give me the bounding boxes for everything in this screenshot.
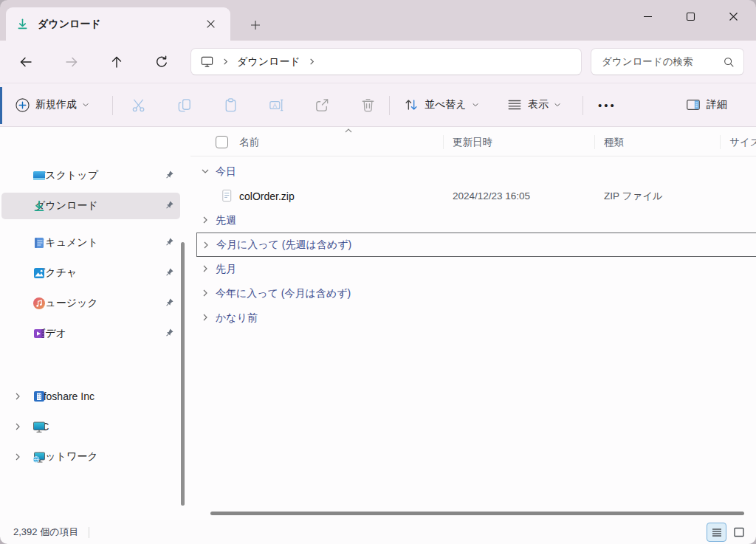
- address-bar[interactable]: ダウンロード: [190, 48, 582, 75]
- details-pane-button[interactable]: 詳細: [681, 83, 732, 126]
- music-icon: [32, 297, 46, 310]
- pc-icon: [32, 420, 46, 433]
- window-controls: [626, 0, 755, 32]
- toolbar-separator: [112, 96, 113, 115]
- pictures-icon: [32, 266, 46, 280]
- pin-icon: [164, 267, 174, 278]
- sort-ascending-icon: [344, 128, 353, 134]
- more-options-button[interactable]: •••: [594, 83, 621, 126]
- item-count: 2,392 個の項目: [13, 526, 78, 539]
- horizontal-scrollbar[interactable]: [210, 512, 744, 515]
- sidebar-item-network[interactable]: ネットワーク: [1, 444, 180, 470]
- copy-icon: [176, 97, 193, 114]
- chevron-down-icon: [82, 101, 89, 109]
- column-size[interactable]: サイズ: [729, 136, 756, 149]
- search-box[interactable]: [591, 48, 744, 75]
- chevron-right-icon[interactable]: [201, 264, 210, 273]
- sidebar-scrollbar[interactable]: [181, 242, 185, 506]
- chevron-down-icon[interactable]: [201, 167, 210, 176]
- share-button[interactable]: [309, 83, 335, 126]
- command-bar: 新規作成 A: [0, 83, 756, 127]
- sidebar-item-desktop[interactable]: デスクトップ: [1, 162, 180, 189]
- explorer-tab-downloads[interactable]: ダウンロード: [6, 7, 230, 41]
- search-icon[interactable]: [723, 56, 735, 68]
- view-button[interactable]: 表示: [502, 83, 566, 126]
- pin-icon: [164, 297, 174, 308]
- group-row-last-week[interactable]: 先週: [190, 208, 756, 233]
- this-pc-icon[interactable]: [200, 55, 214, 69]
- rename-button[interactable]: A: [264, 83, 289, 126]
- chevron-right-icon[interactable]: [201, 216, 210, 224]
- select-all-checkbox[interactable]: [216, 136, 228, 148]
- refresh-icon[interactable]: [148, 49, 175, 75]
- details-label: 詳細: [707, 98, 727, 111]
- background-window-sliver: [0, 87, 2, 124]
- column-type[interactable]: 種類: [604, 136, 624, 149]
- sidebar-item-videos[interactable]: ビデオ: [1, 320, 180, 347]
- downloads-icon: [32, 199, 46, 213]
- navigation-pane: デスクトップ ダウンロード ドキュメント: [0, 127, 190, 520]
- maximize-button[interactable]: [669, 0, 712, 32]
- new-button[interactable]: 新規作成: [10, 83, 94, 126]
- sort-icon: [403, 97, 419, 113]
- sidebar-item-pc[interactable]: PC: [1, 413, 180, 440]
- chevron-right-icon[interactable]: [201, 289, 210, 297]
- column-separator[interactable]: [720, 135, 721, 149]
- pin-icon: [164, 328, 174, 338]
- group-row-today[interactable]: 今日: [190, 159, 756, 184]
- up-icon[interactable]: [103, 49, 130, 75]
- file-row-colorder-zip[interactable]: colOrder.zip 2024/12/23 16:05 ZIP ファイル: [190, 184, 756, 208]
- cut-icon: [131, 97, 148, 114]
- column-separator[interactable]: [443, 135, 444, 149]
- file-list-pane: 名前 更新日時 種類 サイズ 今日: [190, 127, 756, 520]
- paste-button[interactable]: [218, 83, 244, 126]
- large-icons-view-toggle[interactable]: [729, 523, 749, 542]
- chevron-right-icon[interactable]: [13, 422, 22, 431]
- breadcrumb-segment[interactable]: ダウンロード: [237, 55, 300, 69]
- group-row-earlier-this-month[interactable]: 今月に入って (先週は含めず): [196, 233, 756, 257]
- sort-button[interactable]: 並べ替え: [399, 83, 484, 126]
- chevron-right-icon[interactable]: [13, 392, 22, 401]
- close-button[interactable]: [712, 0, 755, 32]
- breadcrumb-chevron-icon[interactable]: [308, 58, 316, 66]
- delete-button[interactable]: [355, 83, 381, 126]
- details-pane-icon: [685, 97, 701, 113]
- file-name: colOrder.zip: [239, 190, 295, 202]
- back-icon[interactable]: [13, 49, 39, 75]
- sidebar-item-music[interactable]: ミュージック: [1, 290, 180, 317]
- file-rows: 今日 colOrder.zip 2024/12/23 16:05 ZIP ファイ…: [190, 159, 756, 330]
- sidebar-item-documents[interactable]: ドキュメント: [1, 230, 180, 256]
- group-row-last-month[interactable]: 先月: [190, 257, 756, 281]
- sidebar-item-downloads[interactable]: ダウンロード: [1, 193, 180, 219]
- search-input[interactable]: [600, 55, 723, 68]
- chevron-down-icon: [554, 101, 561, 109]
- column-header-row: 名前 更新日時 種類 サイズ: [190, 127, 756, 156]
- group-row-earlier-this-year[interactable]: 今年に入って (今月は含めず): [190, 281, 756, 306]
- chevron-right-icon[interactable]: [202, 241, 210, 249]
- column-separator[interactable]: [594, 135, 595, 149]
- copy-button[interactable]: [172, 83, 198, 126]
- column-name[interactable]: 名前: [239, 136, 259, 149]
- chevron-down-icon: [472, 101, 479, 109]
- new-tab-button[interactable]: [246, 16, 265, 35]
- sidebar-item-infoshare[interactable]: Infoshare Inc: [1, 383, 180, 410]
- breadcrumb-chevron-icon[interactable]: [221, 58, 230, 66]
- sidebar-item-pictures[interactable]: ピクチャ: [1, 260, 180, 286]
- chevron-right-icon[interactable]: [201, 313, 210, 322]
- minimize-button[interactable]: [626, 0, 669, 32]
- forward-icon[interactable]: [58, 49, 85, 75]
- status-separator: [89, 527, 89, 538]
- cut-button[interactable]: [126, 83, 152, 126]
- chevron-right-icon[interactable]: [13, 452, 22, 461]
- sort-label: 並べ替え: [425, 98, 467, 111]
- titlebar: ダウンロード: [0, 0, 756, 41]
- column-modified[interactable]: 更新日時: [453, 136, 492, 149]
- navigation-bar: ダウンロード: [0, 41, 756, 83]
- view-label: 表示: [528, 98, 549, 111]
- details-view-toggle[interactable]: [707, 523, 726, 542]
- pin-icon: [164, 200, 174, 210]
- view-toggles: [707, 523, 749, 542]
- tab-close-icon[interactable]: [201, 15, 220, 34]
- file-type: ZIP ファイル: [604, 190, 663, 203]
- group-row-long-ago[interactable]: かなり前: [190, 306, 756, 330]
